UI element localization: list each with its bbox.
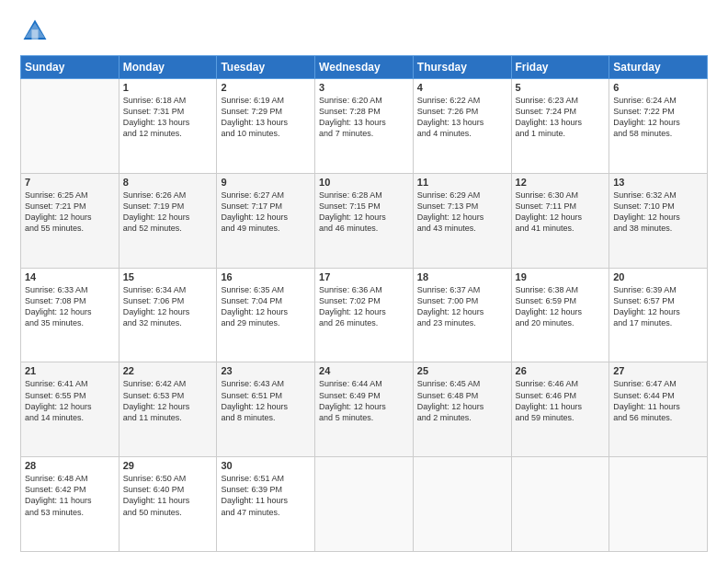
day-info: Sunrise: 6:45 AM Sunset: 6:48 PM Dayligh… <box>417 378 507 423</box>
day-info: Sunrise: 6:36 AM Sunset: 7:02 PM Dayligh… <box>319 284 409 329</box>
calendar-cell: 29Sunrise: 6:50 AM Sunset: 6:40 PM Dayli… <box>119 457 217 552</box>
day-number: 21 <box>25 365 115 376</box>
day-number: 29 <box>123 460 213 471</box>
calendar-cell: 28Sunrise: 6:48 AM Sunset: 6:42 PM Dayli… <box>21 457 119 552</box>
calendar-cell: 3Sunrise: 6:20 AM Sunset: 7:28 PM Daylig… <box>315 79 414 174</box>
day-number: 3 <box>319 82 409 93</box>
day-number: 1 <box>123 82 213 93</box>
calendar-cell: 14Sunrise: 6:33 AM Sunset: 7:08 PM Dayli… <box>21 268 119 362</box>
calendar-cell: 24Sunrise: 6:44 AM Sunset: 6:49 PM Dayli… <box>315 362 414 457</box>
weekday-header-monday: Monday <box>119 56 217 79</box>
day-info: Sunrise: 6:33 AM Sunset: 7:08 PM Dayligh… <box>25 284 115 329</box>
day-info: Sunrise: 6:41 AM Sunset: 6:55 PM Dayligh… <box>25 378 115 423</box>
calendar-cell: 19Sunrise: 6:38 AM Sunset: 6:59 PM Dayli… <box>511 268 609 362</box>
calendar-cell: 10Sunrise: 6:28 AM Sunset: 7:15 PM Dayli… <box>315 173 414 268</box>
day-info: Sunrise: 6:27 AM Sunset: 7:17 PM Dayligh… <box>221 190 311 235</box>
calendar-cell: 1Sunrise: 6:18 AM Sunset: 7:31 PM Daylig… <box>119 79 217 174</box>
calendar-cell: 20Sunrise: 6:39 AM Sunset: 6:57 PM Dayli… <box>609 268 708 362</box>
calendar-cell: 25Sunrise: 6:45 AM Sunset: 6:48 PM Dayli… <box>413 362 511 457</box>
calendar-cell: 22Sunrise: 6:42 AM Sunset: 6:53 PM Dayli… <box>119 362 217 457</box>
day-info: Sunrise: 6:38 AM Sunset: 6:59 PM Dayligh… <box>516 284 606 329</box>
day-info: Sunrise: 6:30 AM Sunset: 7:11 PM Dayligh… <box>516 190 606 235</box>
day-number: 24 <box>319 365 409 376</box>
day-info: Sunrise: 6:35 AM Sunset: 7:04 PM Dayligh… <box>221 284 311 329</box>
weekday-header-wednesday: Wednesday <box>315 56 414 79</box>
day-number: 25 <box>417 365 507 376</box>
day-info: Sunrise: 6:48 AM Sunset: 6:42 PM Dayligh… <box>25 473 115 518</box>
calendar-cell <box>609 457 708 552</box>
calendar-cell: 30Sunrise: 6:51 AM Sunset: 6:39 PM Dayli… <box>217 457 315 552</box>
page: SundayMondayTuesdayWednesdayThursdayFrid… <box>0 0 728 563</box>
day-info: Sunrise: 6:26 AM Sunset: 7:19 PM Dayligh… <box>123 190 213 235</box>
day-info: Sunrise: 6:25 AM Sunset: 7:21 PM Dayligh… <box>25 190 115 235</box>
calendar-cell: 21Sunrise: 6:41 AM Sunset: 6:55 PM Dayli… <box>21 362 119 457</box>
day-number: 16 <box>221 271 311 282</box>
calendar-cell <box>315 457 414 552</box>
calendar-cell: 8Sunrise: 6:26 AM Sunset: 7:19 PM Daylig… <box>119 173 217 268</box>
day-number: 5 <box>516 82 606 93</box>
day-info: Sunrise: 6:42 AM Sunset: 6:53 PM Dayligh… <box>123 378 213 423</box>
calendar-cell: 17Sunrise: 6:36 AM Sunset: 7:02 PM Dayli… <box>315 268 414 362</box>
calendar-cell: 27Sunrise: 6:47 AM Sunset: 6:44 PM Dayli… <box>609 362 708 457</box>
logo <box>20 17 53 46</box>
header <box>20 17 708 46</box>
day-info: Sunrise: 6:29 AM Sunset: 7:13 PM Dayligh… <box>417 190 507 235</box>
day-info: Sunrise: 6:22 AM Sunset: 7:26 PM Dayligh… <box>417 95 507 140</box>
day-number: 4 <box>417 82 507 93</box>
day-number: 14 <box>25 271 115 282</box>
day-number: 8 <box>123 177 213 188</box>
calendar-week-row: 7Sunrise: 6:25 AM Sunset: 7:21 PM Daylig… <box>21 173 708 268</box>
day-number: 22 <box>123 365 213 376</box>
day-number: 23 <box>221 365 311 376</box>
logo-icon <box>20 17 50 46</box>
day-info: Sunrise: 6:39 AM Sunset: 6:57 PM Dayligh… <box>613 284 703 329</box>
calendar-cell: 16Sunrise: 6:35 AM Sunset: 7:04 PM Dayli… <box>217 268 315 362</box>
day-info: Sunrise: 6:43 AM Sunset: 6:51 PM Dayligh… <box>221 378 311 423</box>
day-number: 9 <box>221 177 311 188</box>
day-info: Sunrise: 6:46 AM Sunset: 6:46 PM Dayligh… <box>516 378 606 423</box>
day-info: Sunrise: 6:20 AM Sunset: 7:28 PM Dayligh… <box>319 95 409 140</box>
day-info: Sunrise: 6:19 AM Sunset: 7:29 PM Dayligh… <box>221 95 311 140</box>
weekday-header-thursday: Thursday <box>413 56 511 79</box>
day-info: Sunrise: 6:37 AM Sunset: 7:00 PM Dayligh… <box>417 284 507 329</box>
day-info: Sunrise: 6:51 AM Sunset: 6:39 PM Dayligh… <box>221 473 311 518</box>
day-number: 30 <box>221 460 311 471</box>
day-info: Sunrise: 6:24 AM Sunset: 7:22 PM Dayligh… <box>613 95 703 140</box>
day-number: 18 <box>417 271 507 282</box>
day-number: 12 <box>516 177 606 188</box>
day-info: Sunrise: 6:34 AM Sunset: 7:06 PM Dayligh… <box>123 284 213 329</box>
day-number: 20 <box>613 271 703 282</box>
calendar-week-row: 21Sunrise: 6:41 AM Sunset: 6:55 PM Dayli… <box>21 362 708 457</box>
day-info: Sunrise: 6:18 AM Sunset: 7:31 PM Dayligh… <box>123 95 213 140</box>
calendar-cell <box>511 457 609 552</box>
calendar-cell: 13Sunrise: 6:32 AM Sunset: 7:10 PM Dayli… <box>609 173 708 268</box>
day-number: 2 <box>221 82 311 93</box>
day-number: 19 <box>516 271 606 282</box>
calendar-cell: 26Sunrise: 6:46 AM Sunset: 6:46 PM Dayli… <box>511 362 609 457</box>
calendar-week-row: 14Sunrise: 6:33 AM Sunset: 7:08 PM Dayli… <box>21 268 708 362</box>
day-number: 15 <box>123 271 213 282</box>
day-number: 27 <box>613 365 703 376</box>
day-number: 26 <box>516 365 606 376</box>
day-number: 10 <box>319 177 409 188</box>
calendar-table: SundayMondayTuesdayWednesdayThursdayFrid… <box>20 55 708 552</box>
calendar-cell <box>21 79 119 174</box>
calendar-cell: 18Sunrise: 6:37 AM Sunset: 7:00 PM Dayli… <box>413 268 511 362</box>
day-info: Sunrise: 6:47 AM Sunset: 6:44 PM Dayligh… <box>613 378 703 423</box>
day-info: Sunrise: 6:50 AM Sunset: 6:40 PM Dayligh… <box>123 473 213 518</box>
svg-rect-2 <box>31 29 38 40</box>
day-number: 28 <box>25 460 115 471</box>
day-number: 11 <box>417 177 507 188</box>
calendar-week-row: 1Sunrise: 6:18 AM Sunset: 7:31 PM Daylig… <box>21 79 708 174</box>
calendar-cell: 11Sunrise: 6:29 AM Sunset: 7:13 PM Dayli… <box>413 173 511 268</box>
calendar-cell: 4Sunrise: 6:22 AM Sunset: 7:26 PM Daylig… <box>413 79 511 174</box>
weekday-header-row: SundayMondayTuesdayWednesdayThursdayFrid… <box>21 56 708 79</box>
calendar-cell: 2Sunrise: 6:19 AM Sunset: 7:29 PM Daylig… <box>217 79 315 174</box>
weekday-header-friday: Friday <box>511 56 609 79</box>
day-info: Sunrise: 6:44 AM Sunset: 6:49 PM Dayligh… <box>319 378 409 423</box>
day-number: 13 <box>613 177 703 188</box>
day-info: Sunrise: 6:32 AM Sunset: 7:10 PM Dayligh… <box>613 190 703 235</box>
day-info: Sunrise: 6:28 AM Sunset: 7:15 PM Dayligh… <box>319 190 409 235</box>
calendar-cell: 6Sunrise: 6:24 AM Sunset: 7:22 PM Daylig… <box>609 79 708 174</box>
calendar-cell: 23Sunrise: 6:43 AM Sunset: 6:51 PM Dayli… <box>217 362 315 457</box>
